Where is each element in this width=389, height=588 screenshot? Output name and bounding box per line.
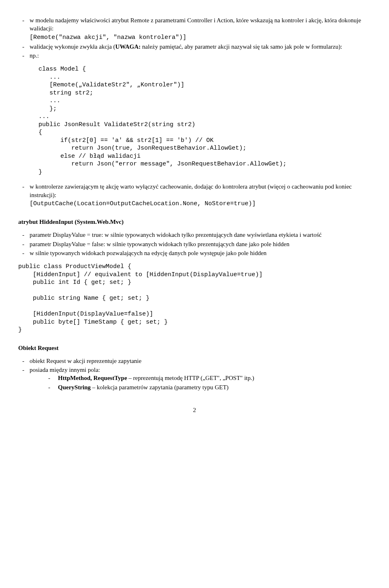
page-number: 2 bbox=[18, 406, 371, 414]
bullet-text-post: należy pamiętać, aby parametr akcji nazy… bbox=[141, 43, 342, 50]
remote-attr-code: [Remote(″nazwa akcji″, ″nazwa kontrolera… bbox=[30, 34, 186, 41]
bullet-np: np.: bbox=[30, 52, 371, 60]
uwaga-label: UWAGA: bbox=[115, 43, 141, 50]
code-block-model: class Model { ... [Remote(„ValidateStr2″… bbox=[38, 65, 371, 176]
bullet-text-pre: walidację wykonuje zwykła akcja ( bbox=[30, 43, 115, 50]
inner-bold-2: QueryString bbox=[58, 384, 91, 391]
bullet-request-2-text: posiada między innymi pola: bbox=[30, 367, 100, 373]
inner-rest-2: – kolekcja parametrów zapytania (paramet… bbox=[91, 384, 229, 391]
request-inner-bullets: HttpMethod, RequestType – reprezentują m… bbox=[30, 374, 371, 391]
bullet-remote-model: w modelu nadajemy właściwości atrybut Re… bbox=[30, 16, 371, 42]
bullet-walidacja-uwaga: walidację wykonuje zwykła akcja (UWAGA: … bbox=[30, 43, 371, 51]
bullet-hidden-1: parametr DisplayValue = true: w silnie t… bbox=[30, 231, 371, 239]
cache-bullet-list: w kontrolerze zawierającym tę akcję wart… bbox=[18, 182, 371, 208]
section-hiddeninput-title: atrybut HiddenInput (System.Web.Mvc) bbox=[18, 218, 371, 226]
section-request-title: Obiekt Request bbox=[18, 344, 371, 352]
inner-rest-1: – reprezentują metodę HTTP („GET", „POST… bbox=[127, 375, 254, 381]
bullet-text: np.: bbox=[30, 52, 39, 59]
hidden-bullets: parametr DisplayValue = true: w silnie t… bbox=[18, 231, 371, 257]
bullet-request-1: obiekt Request w akcji reprezentuje zapy… bbox=[30, 357, 371, 365]
cache-attr-code: [OutputCache(Location=OutputCacheLocatio… bbox=[30, 200, 256, 207]
bullet-request-2: posiada między innymi pola: HttpMethod, … bbox=[30, 366, 371, 391]
bullet-text: w modelu nadajemy właściwości atrybut Re… bbox=[30, 17, 361, 32]
bullet-hidden-2: parametr DisplayValue = false: w silnie … bbox=[30, 240, 371, 248]
top-bullets: w modelu nadajemy właściwości atrybut Re… bbox=[18, 16, 371, 60]
request-bullets: obiekt Request w akcji reprezentuje zapy… bbox=[18, 357, 371, 391]
inner-bold-1: HttpMethod, RequestType bbox=[58, 375, 127, 381]
bullet-request-inner-1: HttpMethod, RequestType – reprezentują m… bbox=[58, 374, 371, 382]
bullet-cache: w kontrolerze zawierającym tę akcję wart… bbox=[30, 182, 371, 208]
bullet-cache-text: w kontrolerze zawierającym tę akcję wart… bbox=[30, 183, 352, 198]
code-block-productviewmodel: public class ProductViewModel { [HiddenI… bbox=[18, 263, 371, 334]
bullet-hidden-3: w silnie typowanych widokach pozwalający… bbox=[30, 249, 371, 257]
bullet-request-inner-2: QueryString – kolekcja parametrów zapyta… bbox=[58, 383, 371, 391]
